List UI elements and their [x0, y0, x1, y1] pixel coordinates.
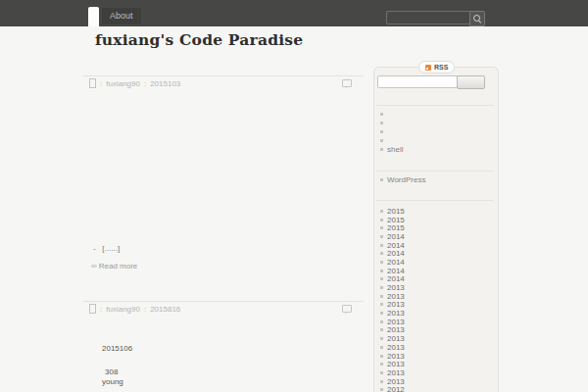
archive-item[interactable]: 2013 [380, 309, 405, 318]
bullet-icon [380, 219, 383, 221]
bullet-icon [380, 270, 383, 272]
archive-item[interactable]: 2014 [380, 275, 405, 284]
comments-icon[interactable] [342, 79, 352, 87]
archive-list: 2015 2015 2015 2014 2014 2014 2014 [380, 207, 405, 392]
archive-item[interactable]: 2013 [380, 368, 405, 377]
archive-item[interactable]: 2015 [380, 223, 405, 232]
comments-icon[interactable] [342, 305, 352, 313]
post-excerpt: - [......] [93, 244, 120, 253]
category-item[interactable] [380, 110, 403, 119]
bullet-icon [380, 277, 383, 280]
rss-link[interactable]: RSS [418, 61, 455, 74]
bullet-icon [380, 363, 383, 366]
archive-label: 2015 [387, 216, 405, 224]
archive-label: 2014 [387, 274, 405, 283]
archive-item[interactable]: 2013 [380, 334, 405, 343]
bullet-icon [380, 244, 383, 247]
archive-item[interactable]: 2013 [380, 360, 405, 368]
archive-item[interactable]: 2013 [380, 301, 405, 310]
bullet-icon [380, 178, 383, 181]
post-body-line: 308 [105, 368, 118, 376]
header-search-input[interactable] [386, 11, 469, 24]
archive-label: 2013 [387, 318, 405, 326]
bullet-icon [380, 328, 383, 331]
archive-item[interactable]: 2013 [380, 292, 405, 301]
post-author[interactable]: fuxiang90 [106, 79, 140, 88]
archive-item[interactable]: 2013 [380, 326, 405, 335]
bullet-icon [380, 148, 383, 151]
post-author[interactable]: fuxiang90 [106, 305, 140, 314]
category-label: shell [387, 145, 403, 154]
archive-item[interactable]: 2013 [380, 283, 405, 292]
category-item[interactable] [380, 127, 403, 136]
read-more-label: Read more [99, 262, 138, 270]
bullet-icon [380, 122, 383, 124]
archive-item[interactable]: 2014 [380, 249, 405, 258]
sidebar-divider [376, 200, 494, 201]
meta-link-label: WordPress [387, 175, 425, 184]
archive-item[interactable]: 2013 [380, 377, 405, 386]
bullet-icon [380, 388, 383, 391]
author-glyph-icon [89, 78, 96, 88]
bullet-icon [380, 371, 383, 374]
category-item[interactable] [380, 119, 403, 127]
bullet-icon [380, 261, 383, 264]
archive-item[interactable]: 2014 [380, 267, 405, 275]
archive-label: 2014 [387, 241, 405, 250]
archive-item[interactable]: 2015 [380, 216, 405, 224]
meta-separator: : [144, 79, 146, 88]
site-title[interactable]: fuxiang's Code Paradise [95, 30, 303, 49]
sidebar-search-button[interactable] [457, 75, 485, 89]
meta-link-item[interactable]: WordPress [380, 175, 425, 184]
meta-links-list: WordPress [380, 175, 425, 184]
bullet-icon [380, 303, 383, 306]
post-date: 2015103 [150, 79, 180, 88]
magnifier-icon [473, 15, 480, 22]
archive-label: 2014 [387, 267, 405, 275]
sidebar-search-input[interactable] [377, 75, 458, 88]
archive-label: 2015 [387, 207, 405, 216]
post-body-line: young [102, 377, 123, 386]
home-tab[interactable] [88, 7, 99, 26]
post-divider [83, 301, 364, 302]
bullet-icon [380, 320, 383, 323]
post-date: 2015816 [150, 305, 180, 314]
bullet-icon [380, 286, 383, 289]
meta-separator: : [100, 79, 102, 88]
archive-item[interactable]: 2015 [380, 207, 405, 216]
archive-label: 2013 [387, 352, 405, 361]
bullet-icon [380, 226, 383, 229]
post-body-line: 2015106 [102, 344, 132, 353]
rss-label: RSS [434, 64, 448, 71]
archive-label: 2013 [387, 334, 405, 343]
category-item[interactable]: shell [380, 145, 403, 154]
archive-label: 2015 [387, 223, 405, 232]
bullet-icon [380, 380, 383, 383]
meta-separator: : [144, 305, 146, 314]
archive-item[interactable]: 2012 [380, 385, 405, 392]
sidebar-divider [376, 171, 494, 172]
post-meta: : fuxiang90 : 2015103 [89, 78, 364, 88]
archive-label: 2013 [387, 368, 405, 377]
archive-item[interactable]: 2013 [380, 352, 405, 361]
archive-item[interactable]: 2013 [380, 318, 405, 326]
header-search-button[interactable] [469, 11, 485, 26]
archive-item[interactable]: 2014 [380, 241, 405, 250]
nav-item-about[interactable]: About [102, 8, 141, 24]
read-more-link[interactable]: ∞Read more [91, 262, 137, 270]
permalink-icon: ∞ [91, 262, 97, 270]
archive-label: 2013 [387, 360, 405, 368]
archive-item[interactable]: 2014 [380, 232, 405, 241]
bullet-icon [380, 130, 383, 133]
bullet-icon [380, 210, 383, 213]
bullet-icon [380, 355, 383, 358]
bullet-icon [380, 295, 383, 298]
rss-icon [425, 65, 431, 71]
author-glyph-icon [89, 304, 96, 314]
bullet-icon [380, 252, 383, 255]
archive-item[interactable]: 2013 [380, 343, 405, 352]
archive-item[interactable]: 2014 [380, 258, 405, 267]
category-item[interactable] [380, 136, 403, 145]
archive-label: 2012 [387, 385, 405, 392]
bullet-icon [380, 139, 383, 142]
